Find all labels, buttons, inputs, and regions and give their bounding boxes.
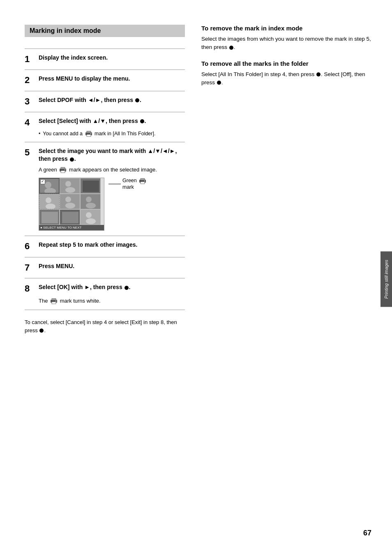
step-4: 4 Select [Select] with ▲/▼, then press . (25, 117, 185, 128)
right-column: To remove the mark in index mode Select … (197, 25, 376, 533)
svg-point-23 (86, 197, 92, 202)
step-3: 3 Select DPOF with ◄/►, then press . (25, 96, 185, 107)
thumb-row-3 (39, 209, 104, 225)
step-2-number: 2 (25, 75, 37, 86)
print-icon-label (139, 178, 146, 184)
circle-icon-r2a (316, 72, 321, 76)
svg-point-24 (86, 203, 96, 208)
sidebar-tab: Printing still images (380, 251, 392, 307)
svg-rect-6 (61, 167, 65, 169)
green-mark-label: Green mark (122, 178, 147, 190)
circle-icon-5 (70, 157, 74, 162)
page-number: 67 (363, 529, 371, 537)
svg-rect-28 (62, 212, 78, 223)
step-7-text: Press MENU. (39, 262, 74, 271)
circle-icon-4 (140, 119, 144, 123)
svg-rect-26 (42, 212, 58, 223)
step-4-text: Select [Select] with ▲/▼, then press . (39, 117, 146, 125)
svg-rect-15 (83, 181, 99, 192)
step-6-text: Repeat step 5 to mark other images. (39, 241, 137, 249)
svg-point-17 (46, 197, 51, 203)
step-1: 1 Display the index screen. (25, 54, 185, 65)
bullet-dot-4: • (39, 131, 40, 137)
svg-point-13 (65, 187, 75, 193)
divider-2 (25, 69, 185, 70)
step-2-text: Press MENU to display the menu. (39, 75, 130, 83)
step-5-number: 5 (25, 147, 37, 158)
step-4-bullet-text: You cannot add a mark in [All In This Fo… (43, 131, 155, 137)
divider-8 (25, 278, 185, 278)
divider-9 (25, 310, 185, 310)
green-mark-label-area: Green mark (108, 178, 147, 190)
right-section-title-2: To remove all the marks in the folder (201, 60, 376, 67)
svg-point-35 (144, 181, 145, 181)
status-bar-text: ● SELECT MENU TO NEXT (40, 226, 81, 229)
svg-point-7 (65, 169, 65, 170)
page-container: Marking in index mode 1 Display the inde… (0, 0, 392, 558)
print-icon-8 (50, 298, 58, 304)
divider-3 (25, 91, 185, 91)
print-icon-5 (59, 167, 67, 173)
step-6: 6 Repeat step 5 to mark other images. (25, 241, 185, 252)
status-bar: ● SELECT MENU TO NEXT (39, 225, 104, 230)
thumb-cell-3-1 (39, 209, 60, 225)
bottom-note: To cancel, select [Cancel] in step 4 or … (25, 318, 185, 334)
thumb-row-1 (39, 178, 104, 194)
svg-rect-38 (52, 299, 56, 300)
svg-point-20 (65, 197, 71, 202)
step-5-subtext: A green mark appears on the selected ima… (39, 166, 185, 174)
svg-point-21 (65, 203, 75, 208)
thumb-row-2 (39, 194, 104, 209)
step-5: 5 Select the image you want to mark with… (25, 147, 185, 163)
svg-rect-34 (141, 178, 145, 180)
thumb-cell-1-3 (80, 178, 101, 194)
divider-1 (25, 49, 185, 49)
circle-icon-8 (125, 286, 129, 290)
svg-rect-2 (87, 131, 91, 133)
svg-rect-37 (52, 302, 56, 304)
thumb-cell-2-2 (60, 194, 80, 209)
svg-rect-33 (141, 182, 145, 184)
circle-icon-bottom (39, 329, 44, 333)
step-4-bullet: • You cannot add a mark in [All In This … (39, 131, 185, 137)
svg-point-31 (86, 218, 96, 224)
step-1-text: Display the index screen. (39, 54, 108, 62)
right-section-body-1: Select the images from which you want to… (201, 35, 376, 52)
check-mark-1 (40, 179, 45, 184)
step-5-text: Select the image you want to mark with ▲… (39, 147, 185, 163)
step-8-number: 8 (25, 283, 37, 294)
svg-point-3 (90, 133, 91, 134)
step-3-number: 3 (25, 96, 37, 107)
divider-5 (25, 142, 185, 142)
divider-7 (25, 257, 185, 257)
label-line (108, 184, 121, 184)
step-8: 8 Select [OK] with ►, then press . (25, 283, 185, 294)
thumbnail-grid: ● SELECT MENU TO NEXT (39, 178, 104, 231)
step-1-number: 1 (25, 54, 37, 65)
right-section-title-1: To remove the mark in index mode (201, 25, 376, 32)
step-3-text: Select DPOF with ◄/►, then press . (39, 96, 141, 104)
step-6-number: 6 (25, 241, 37, 252)
svg-point-9 (45, 182, 51, 188)
thumb-cell-1-1 (39, 178, 60, 194)
step-8-text: Select [OK] with ►, then press . (39, 283, 130, 292)
left-column: Marking in index mode 1 Display the inde… (25, 25, 197, 533)
circle-icon-r2b (217, 81, 221, 85)
section-title: Marking in index mode (25, 25, 185, 37)
step-7: 7 Press MENU. (25, 262, 185, 273)
step-4-number: 4 (25, 117, 37, 128)
print-icon-4 (85, 131, 92, 137)
svg-point-18 (46, 204, 55, 209)
svg-point-39 (55, 301, 56, 301)
thumbnail-area: ● SELECT MENU TO NEXT Green mark (39, 178, 185, 231)
thumb-cell-2-1 (39, 194, 60, 209)
step-2: 2 Press MENU to display the menu. (25, 75, 185, 86)
right-section-body-2: Select [All In This Folder] in step 4, t… (201, 70, 376, 87)
circle-icon-r1 (229, 46, 233, 50)
svg-point-12 (65, 181, 71, 187)
svg-point-30 (86, 212, 92, 218)
divider-6 (25, 236, 185, 236)
svg-rect-5 (61, 171, 65, 173)
svg-rect-1 (87, 134, 91, 137)
thumb-cell-1-2 (60, 178, 80, 194)
